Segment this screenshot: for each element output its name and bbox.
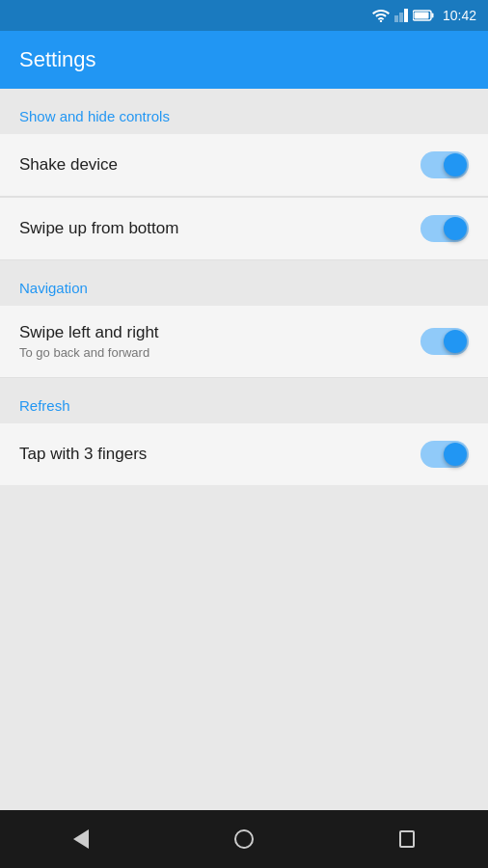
app-bar: Settings: [0, 31, 488, 89]
toggle-thumb-tap-3: [444, 443, 467, 466]
toggle-thumb-swipe-up: [444, 217, 467, 240]
toggle-shake-device[interactable]: [420, 151, 469, 178]
section-header-refresh: Refresh: [0, 378, 488, 423]
svg-marker-1: [394, 15, 398, 22]
battery-icon: [413, 10, 434, 21]
setting-item-shake-device[interactable]: Shake device: [0, 134, 488, 197]
nav-recent-button[interactable]: [378, 810, 436, 868]
setting-item-swipe-lr-subtitle: To go back and forward: [19, 345, 420, 360]
home-icon: [234, 829, 254, 849]
signal-icon: [394, 9, 408, 22]
setting-item-tap-3-title: Tap with 3 fingers: [19, 445, 420, 464]
section-header-show-hide: Show and hide controls: [0, 89, 488, 134]
toggle-thumb-swipe-lr: [444, 330, 467, 353]
svg-rect-5: [431, 14, 433, 18]
toggle-thumb-shake: [444, 153, 467, 176]
nav-home-button[interactable]: [215, 810, 273, 868]
svg-rect-6: [414, 13, 428, 19]
section-header-navigation: Navigation: [0, 260, 488, 306]
svg-marker-3: [404, 9, 408, 22]
setting-item-shake-content: Shake device: [19, 155, 420, 175]
nav-back-button[interactable]: [52, 810, 110, 868]
setting-item-swipe-up-content: Swipe up from bottom: [19, 219, 420, 238]
status-bar: 10:42: [0, 0, 488, 31]
toggle-tap-3[interactable]: [420, 441, 469, 468]
svg-marker-2: [399, 13, 403, 22]
back-icon: [73, 829, 89, 849]
status-icons: 10:42: [372, 8, 476, 23]
setting-item-swipe-up[interactable]: Swipe up from bottom: [0, 198, 488, 260]
nav-bar: [0, 810, 488, 868]
status-time: 10:42: [443, 8, 476, 23]
setting-item-swipe-lr[interactable]: Swipe left and right To go back and forw…: [0, 306, 488, 378]
svg-point-0: [380, 20, 382, 22]
wifi-icon: [372, 9, 390, 22]
setting-item-shake-title: Shake device: [19, 155, 420, 175]
setting-item-tap-3-content: Tap with 3 fingers: [19, 445, 420, 464]
recent-icon: [399, 830, 415, 848]
setting-item-swipe-lr-title: Swipe left and right: [19, 323, 420, 342]
app-bar-title: Settings: [19, 47, 96, 72]
toggle-swipe-lr[interactable]: [420, 328, 469, 355]
setting-item-swipe-lr-content: Swipe left and right To go back and forw…: [19, 323, 420, 360]
settings-content: Show and hide controls Shake device Swip…: [0, 89, 488, 810]
setting-item-swipe-up-title: Swipe up from bottom: [19, 219, 420, 238]
setting-item-tap-3-fingers[interactable]: Tap with 3 fingers: [0, 423, 488, 485]
toggle-swipe-up[interactable]: [420, 215, 469, 242]
